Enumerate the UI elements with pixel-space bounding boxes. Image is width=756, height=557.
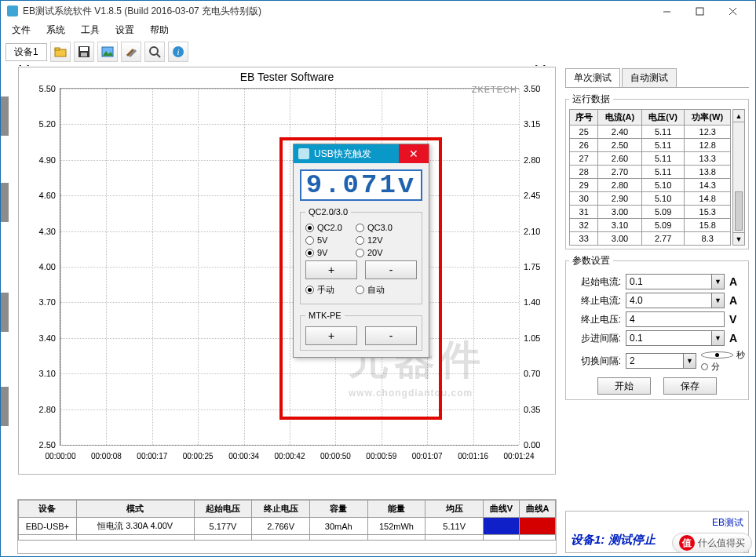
- smzdm-badge[interactable]: 值 什么值得买: [672, 533, 752, 553]
- tab-auto[interactable]: 自动测试: [622, 68, 677, 87]
- table-row[interactable]: 323.105.0915.8: [570, 219, 731, 232]
- menu-tools[interactable]: 工具: [73, 22, 108, 38]
- svg-rect-5: [55, 48, 60, 50]
- scrollbar[interactable]: ▲ ▼: [732, 109, 745, 246]
- qc-group-label: QC2.0/3.0: [305, 207, 351, 217]
- start-current-label: 起始电流:: [569, 275, 621, 289]
- table-row[interactable]: 292.805.1014.3: [570, 179, 731, 192]
- run-table: 序号 电流(A) 电压(V) 功率(W) 252.405.1112.3262.5…: [569, 109, 731, 246]
- table-row: [19, 535, 556, 541]
- popup-close-button[interactable]: ✕: [399, 144, 429, 163]
- svg-line-14: [157, 54, 160, 57]
- svg-rect-8: [81, 53, 87, 56]
- col-curvev[interactable]: 曲线V: [484, 501, 520, 518]
- qc-plus-button[interactable]: +: [305, 260, 357, 279]
- end-voltage-label: 终止电压:: [569, 313, 621, 326]
- svg-rect-7: [80, 47, 88, 51]
- table-row[interactable]: 282.705.1113.8: [570, 166, 731, 179]
- svg-point-13: [150, 47, 158, 55]
- param-group: 参数设置 起始电流: 0.1▼ A 终止电流: 4.0▼ A 终止电压: 4 V: [565, 254, 749, 400]
- table-row[interactable]: 313.005.0915.3: [570, 206, 731, 219]
- radio-20v[interactable]: 20V: [356, 248, 400, 257]
- scroll-up-icon[interactable]: ▲: [733, 110, 744, 122]
- status-link[interactable]: EB测试: [571, 516, 743, 530]
- qc-minus-button[interactable]: -: [365, 260, 417, 279]
- col-energy[interactable]: 能量: [367, 501, 425, 518]
- svg-text:i: i: [177, 47, 179, 56]
- menu-system[interactable]: 系统: [38, 22, 73, 38]
- left-stub: [1, 96, 9, 136]
- scroll-down-icon[interactable]: ▼: [733, 232, 744, 245]
- scroll-thumb[interactable]: [735, 191, 743, 231]
- radio-qc30[interactable]: QC3.0: [356, 223, 400, 232]
- start-button[interactable]: 开始: [597, 377, 651, 395]
- radio-sec[interactable]: 秒: [701, 349, 745, 361]
- menubar: 文件 系统 工具 设置 帮助: [1, 21, 755, 38]
- radio-min[interactable]: 分: [701, 361, 745, 373]
- curve-a-swatch: [520, 518, 556, 535]
- save-icon[interactable]: [74, 42, 94, 62]
- end-current-select[interactable]: 4.0▼: [626, 293, 725, 308]
- radio-5v[interactable]: 5V: [305, 235, 349, 245]
- table-row[interactable]: 333.002.778.3: [570, 232, 731, 246]
- chart-title: EB Tester Software: [19, 71, 555, 83]
- mtk-plus-button[interactable]: +: [305, 326, 357, 345]
- window-titlebar: EB测试系统软件 V1.8.5 (Build 2016-03-07 充电头特别版…: [1, 1, 755, 21]
- table-row[interactable]: 252.405.1112.3: [570, 126, 731, 139]
- step-interval-select[interactable]: 0.1▼: [626, 330, 725, 346]
- open-icon[interactable]: [50, 42, 71, 62]
- maximize-button[interactable]: [683, 2, 716, 20]
- left-stub: [1, 183, 9, 222]
- switch-interval-select[interactable]: 2▼: [626, 353, 696, 369]
- end-voltage-input[interactable]: 4: [626, 311, 725, 327]
- radio-auto[interactable]: 自动: [356, 284, 400, 296]
- close-button[interactable]: [716, 2, 749, 20]
- left-stub: [1, 293, 9, 332]
- radio-manual[interactable]: 手动: [305, 284, 349, 296]
- tab-single[interactable]: 单次测试: [565, 68, 620, 87]
- picture-icon[interactable]: [97, 42, 118, 62]
- info-icon[interactable]: i: [168, 42, 188, 62]
- usb-popup: USB快充触发 ✕ 9.071v QC2.0/3.0 QC2.0 QC3.0 5…: [293, 144, 429, 358]
- col-avgv[interactable]: 均压: [425, 501, 484, 518]
- col-curvea[interactable]: 曲线A: [520, 501, 556, 518]
- chevron-down-icon: ▼: [711, 293, 724, 308]
- tools-icon[interactable]: [121, 42, 141, 62]
- end-current-label: 终止电流:: [569, 294, 621, 308]
- table-row[interactable]: 262.505.1112.8: [570, 139, 731, 152]
- search-icon[interactable]: [144, 42, 165, 62]
- switch-interval-label: 切换间隔:: [569, 355, 621, 368]
- mtk-group-label: MTK-PE: [305, 311, 345, 320]
- radio-9v[interactable]: 9V: [305, 248, 349, 257]
- table-row[interactable]: 272.605.1113.3: [570, 152, 731, 166]
- run-data-group: 运行数据 序号 电流(A) 电压(V) 功率(W) 252.405.1112.3…: [565, 93, 749, 249]
- menu-file[interactable]: 文件: [4, 22, 38, 38]
- chevron-down-icon: ▼: [711, 275, 724, 289]
- y-left-unit: [V]: [19, 65, 29, 66]
- svg-line-2: [729, 8, 736, 15]
- col-startv[interactable]: 起始电压: [194, 501, 252, 518]
- chevron-down-icon: ▼: [683, 354, 696, 368]
- start-current-select[interactable]: 0.1▼: [626, 274, 725, 289]
- minimize-button[interactable]: [650, 2, 683, 20]
- zhi-icon: 值: [679, 535, 695, 551]
- menu-settings[interactable]: 设置: [108, 22, 142, 38]
- menu-help[interactable]: 帮助: [142, 22, 177, 38]
- popup-titlebar[interactable]: USB快充触发 ✕: [294, 144, 429, 163]
- radio-qc20[interactable]: QC2.0: [305, 223, 349, 232]
- chevron-down-icon: ▼: [711, 331, 724, 345]
- mtk-minus-button[interactable]: -: [365, 326, 417, 345]
- col-device[interactable]: 设备: [19, 501, 77, 518]
- svg-rect-1: [696, 8, 703, 15]
- popup-title-text: USB快充触发: [314, 147, 399, 161]
- col-cap[interactable]: 容量: [309, 501, 367, 518]
- table-row[interactable]: 302.905.1014.8: [570, 192, 731, 206]
- col-mode[interactable]: 模式: [76, 501, 194, 518]
- device-tab[interactable]: 设备1: [5, 43, 47, 61]
- radio-12v[interactable]: 12V: [356, 235, 400, 245]
- save-button[interactable]: 保存: [663, 377, 717, 395]
- table-row[interactable]: EBD-USB+ 恒电流 3.30A 4.00V 5.177V 2.766V 3…: [19, 518, 556, 535]
- right-tabs: 单次测试 自动测试: [565, 68, 749, 88]
- mtk-group: MTK-PE + -: [300, 311, 422, 351]
- col-endv[interactable]: 终止电压: [252, 501, 310, 518]
